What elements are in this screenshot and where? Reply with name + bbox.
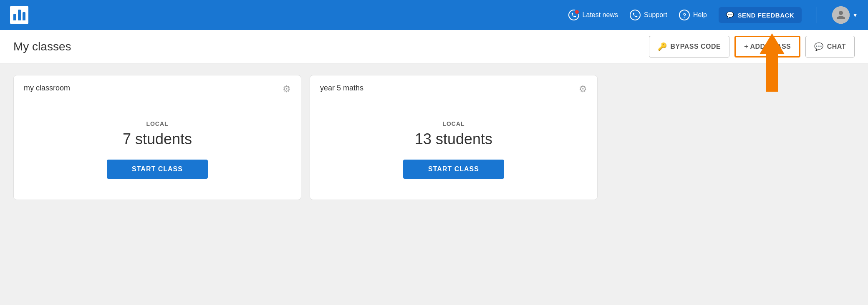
chat-icon: 💬 xyxy=(726,11,734,19)
class-card-1: year 5 maths ⚙ LOCAL 13 students START C… xyxy=(310,75,598,200)
class-card-header-1: year 5 maths ⚙ xyxy=(320,84,587,95)
student-count-1: 13 students xyxy=(415,130,492,148)
subheader-actions: 🔑 BYPASS CODE + ADD CLASS 💬 CHAT xyxy=(649,36,855,58)
support-nav[interactable]: Support xyxy=(630,10,667,20)
subheader: My classes 🔑 BYPASS CODE + ADD CLASS 💬 C… xyxy=(0,30,868,63)
avatar[interactable] xyxy=(832,6,850,24)
start-class-button-0[interactable]: START CLASS xyxy=(107,160,208,179)
chat-button[interactable]: 💬 CHAT xyxy=(805,36,855,58)
page-title: My classes xyxy=(13,40,71,53)
latest-news-label: Latest news xyxy=(583,11,618,19)
support-label: Support xyxy=(644,11,667,19)
logo-icon xyxy=(10,6,28,24)
avatar-image xyxy=(832,6,850,24)
class-card-0: my classroom ⚙ LOCAL 7 students START CL… xyxy=(13,75,301,200)
start-class-button-1[interactable]: START CLASS xyxy=(403,160,504,179)
help-nav[interactable]: ? Help xyxy=(679,10,707,20)
help-icon: ? xyxy=(679,10,690,20)
class-type-0: LOCAL xyxy=(146,120,168,127)
class-type-1: LOCAL xyxy=(442,120,464,127)
add-class-button[interactable]: + ADD CLASS xyxy=(734,36,800,58)
send-feedback-button[interactable]: 💬 SEND FEEDBACK xyxy=(719,7,802,23)
main-content: my classroom ⚙ LOCAL 7 students START CL… xyxy=(0,63,868,305)
classes-grid: my classroom ⚙ LOCAL 7 students START CL… xyxy=(13,75,598,200)
chat-label: CHAT xyxy=(827,43,846,50)
class-name-0: my classroom xyxy=(24,84,70,92)
main-header: Latest news Support ? Help 💬 SEND FEEDBA… xyxy=(0,0,868,30)
latest-news-icon xyxy=(568,10,579,20)
avatar-chevron-icon: ▼ xyxy=(852,12,858,18)
chat-icon: 💬 xyxy=(814,42,824,51)
latest-news-nav[interactable]: Latest news xyxy=(568,10,618,20)
class-card-header-0: my classroom ⚙ xyxy=(24,84,291,95)
logo-area[interactable] xyxy=(10,6,28,24)
add-class-label: + ADD CLASS xyxy=(744,43,791,50)
student-count-0: 7 students xyxy=(123,130,192,148)
bypass-code-label: BYPASS CODE xyxy=(670,43,721,50)
settings-icon-0[interactable]: ⚙ xyxy=(283,84,291,95)
support-icon xyxy=(630,10,641,20)
class-name-1: year 5 maths xyxy=(320,84,363,92)
bypass-code-button[interactable]: 🔑 BYPASS CODE xyxy=(649,36,729,58)
class-card-body-1: LOCAL 13 students START CLASS xyxy=(320,111,587,188)
help-label: Help xyxy=(693,11,707,19)
header-nav: Latest news Support ? Help 💬 SEND FEEDBA… xyxy=(568,6,858,24)
key-icon: 🔑 xyxy=(658,42,667,51)
avatar-group[interactable]: ▼ xyxy=(832,6,858,24)
settings-icon-1[interactable]: ⚙ xyxy=(579,84,587,95)
class-card-body-0: LOCAL 7 students START CLASS xyxy=(24,111,291,188)
send-feedback-label: SEND FEEDBACK xyxy=(737,12,794,19)
header-divider xyxy=(817,7,817,23)
